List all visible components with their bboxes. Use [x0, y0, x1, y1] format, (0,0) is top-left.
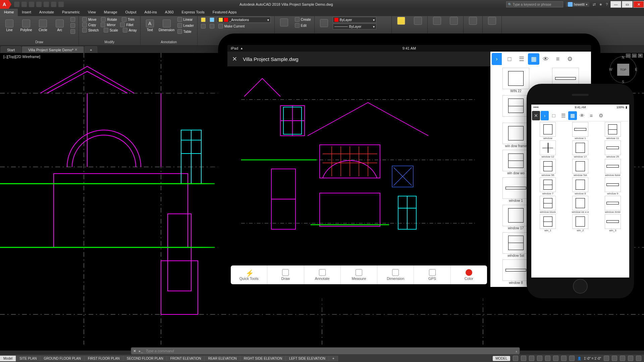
- ribbon-tab-annotate[interactable]: Annotate: [35, 9, 58, 16]
- layout-tab-model[interactable]: Model: [0, 356, 16, 361]
- cmd-stretch[interactable]: Stretch: [81, 27, 100, 33]
- cmd-measure[interactable]: [430, 17, 444, 25]
- block-item[interactable]: win_3: [597, 214, 628, 232]
- status-osnap-icon[interactable]: [545, 356, 550, 361]
- ribbon-tab-featured[interactable]: Featured Apps: [209, 9, 241, 16]
- phone-tab-layers[interactable]: [559, 111, 568, 120]
- cmd-select[interactable]: [446, 17, 461, 25]
- cmd-polyline[interactable]: Polyline: [19, 19, 34, 32]
- ipad-panel-collapse-button[interactable]: ›: [492, 53, 502, 65]
- block-item[interactable]: window: [533, 122, 563, 140]
- cmdline-expand-icon[interactable]: ▴: [516, 349, 518, 353]
- block-item[interactable]: window 11: [597, 122, 628, 140]
- qat-open-icon[interactable]: [21, 2, 27, 7]
- cmd-group[interactable]: [394, 17, 409, 25]
- cmd-line[interactable]: Line: [2, 19, 17, 32]
- help-search-input[interactable]: 🔍 Type a keyword or phrase: [506, 1, 563, 7]
- ribbon-tab-output[interactable]: Output: [121, 9, 141, 16]
- ribbon-tab-parametric[interactable]: Parametric: [58, 9, 84, 16]
- ipad-tool-gps[interactable]: GPS: [414, 265, 450, 284]
- block-item[interactable]: win_2: [565, 214, 596, 232]
- ipad-tool-measure[interactable]: Measure: [341, 265, 377, 284]
- status-gear-icon[interactable]: [604, 356, 609, 361]
- cmd-leader[interactable]: Leader: [176, 23, 195, 28]
- ribbon-tab-insert[interactable]: Insert: [18, 9, 35, 16]
- favorites-icon[interactable]: ★: [599, 2, 602, 7]
- cmd-arc[interactable]: Arc: [52, 19, 67, 32]
- block-item[interactable]: window 5ft: [533, 159, 563, 177]
- status-ortho-icon[interactable]: [529, 356, 534, 361]
- help-icon[interactable]: ?: [606, 2, 608, 6]
- ipad-tool-dimension[interactable]: Dimension: [377, 265, 414, 284]
- phone-tab-settings[interactable]: [596, 111, 605, 120]
- cmd-copy[interactable]: Copy: [81, 22, 97, 27]
- doc-tab-start[interactable]: Start: [1, 46, 21, 53]
- ribbon-tab-express[interactable]: Express Tools: [178, 9, 209, 16]
- cmd-mirror[interactable]: Mirror: [99, 22, 117, 27]
- block-item[interactable]: window ee e e: [565, 196, 596, 214]
- qat-saveas-icon[interactable]: [36, 2, 42, 7]
- ipad-tool-color[interactable]: Color: [451, 265, 487, 284]
- phone-tab-blocks[interactable]: [568, 111, 577, 120]
- block-item[interactable]: window 7: [533, 177, 563, 195]
- ipad-tab-views[interactable]: [540, 53, 551, 65]
- command-line[interactable]: ✕ ▸_ Type a command ▴: [131, 347, 520, 355]
- layout-tab-1[interactable]: SITE PLAN: [16, 356, 40, 361]
- status-hw-icon[interactable]: [620, 356, 625, 361]
- panel-draw-title[interactable]: Draw: [2, 40, 76, 45]
- doc-tab-current[interactable]: Villa Project Sample Demo* ✕: [22, 46, 84, 53]
- cmd-rotate[interactable]: Rotate: [100, 17, 118, 22]
- doc-tab-add[interactable]: +: [85, 46, 97, 53]
- cmd-base[interactable]: [485, 17, 499, 25]
- status-custom-icon[interactable]: [636, 356, 641, 361]
- block-item[interactable]: window 8: [565, 177, 596, 195]
- cmd-trim[interactable]: Trim: [120, 17, 136, 22]
- cmd-table[interactable]: Table: [176, 29, 195, 34]
- block-item[interactable]: window 25: [597, 140, 628, 158]
- cmd-fillet[interactable]: Fillet: [119, 22, 135, 27]
- layer-tool2[interactable]: [208, 17, 216, 22]
- phone-home-button[interactable]: [573, 279, 588, 294]
- cmd-text[interactable]: AText: [143, 19, 157, 32]
- cmd-match-props[interactable]: [317, 19, 331, 27]
- ipad-tool-quicktools[interactable]: ⚡Quick Tools: [231, 265, 267, 284]
- block-item[interactable]: window 5st: [565, 159, 596, 177]
- maximize-button[interactable]: ▭: [622, 1, 633, 8]
- exchange-icon[interactable]: ⇄: [593, 2, 596, 7]
- panel-annotation-title[interactable]: Annotation: [143, 40, 195, 45]
- block-item[interactable]: window 1: [565, 122, 596, 140]
- layout-tab-4[interactable]: SECOND FLOOR PLAN: [123, 356, 167, 361]
- ipad-tool-draw[interactable]: Draw: [267, 265, 304, 284]
- app-menu-chevron[interactable]: [9, 0, 11, 9]
- cmd-dimension[interactable]: Dimension: [159, 19, 174, 32]
- cmd-paste[interactable]: [466, 17, 480, 25]
- block-item[interactable]: window 12: [533, 140, 563, 158]
- cmd-draw-extra3[interactable]: [69, 29, 76, 34]
- cmd-array[interactable]: Array: [121, 27, 138, 33]
- status-grid-icon[interactable]: [513, 356, 518, 361]
- qat-save-icon[interactable]: [29, 2, 34, 7]
- lineweight-dropdown[interactable]: ByLayer▾: [333, 23, 376, 29]
- ipad-tab-blocks[interactable]: [528, 53, 539, 65]
- cmd-make-current[interactable]: Make Current: [217, 23, 246, 29]
- cmd-linear[interactable]: Linear: [176, 17, 195, 22]
- block-item[interactable]: window block: [533, 196, 563, 214]
- ribbon-tab-manage[interactable]: Manage: [100, 9, 121, 16]
- cmdline-close-icon[interactable]: ✕: [133, 349, 136, 353]
- layout-tab-2[interactable]: GROUND FLOOR PLAN: [40, 356, 85, 361]
- qat-undo-icon[interactable]: [51, 2, 56, 7]
- cmd-ungroup[interactable]: [411, 17, 425, 25]
- ipad-tab-properties[interactable]: [552, 53, 564, 65]
- block-item[interactable]: window 17: [565, 140, 596, 158]
- block-item[interactable]: window 6stst: [597, 159, 628, 177]
- cmd-circle[interactable]: Circle: [36, 19, 50, 32]
- panel-modify-title[interactable]: Modify: [81, 40, 138, 45]
- cmd-scale[interactable]: Scale: [102, 27, 119, 33]
- layout-tab-3[interactable]: FIRST FLOOR PLAN: [85, 356, 123, 361]
- ipad-tab-drawing[interactable]: [504, 53, 515, 65]
- doc-tab-close-icon[interactable]: ✕: [74, 48, 77, 52]
- color-dropdown[interactable]: ByLayer▾: [333, 17, 376, 23]
- status-clean-icon[interactable]: [628, 356, 633, 361]
- layout-tab-6[interactable]: REAR ELEVATION: [205, 356, 240, 361]
- viewcube-face[interactable]: TOP: [617, 64, 629, 76]
